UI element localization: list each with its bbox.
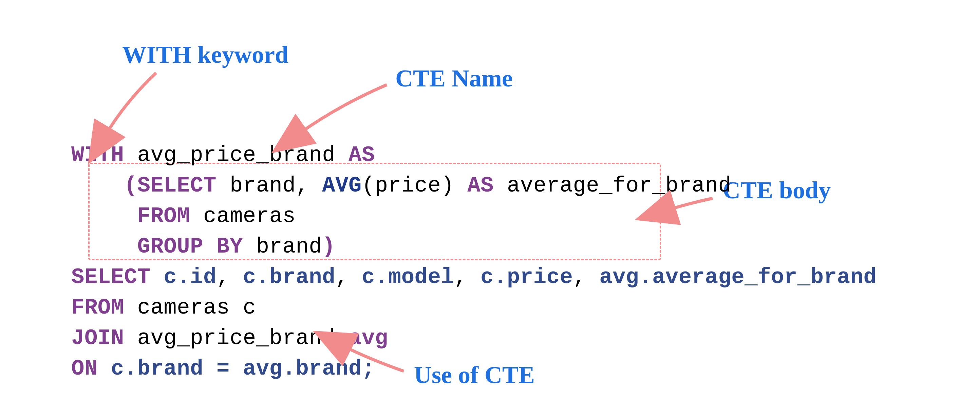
- code-line-3: FROM cameras: [71, 205, 920, 227]
- arrow-cte-name: [299, 85, 387, 134]
- code-line-2: (SELECT brand, AVG(price) AS average_for…: [71, 175, 920, 197]
- code-line-6: FROM cameras c: [71, 297, 920, 319]
- code-line-7: JOIN avg_price_brand avg: [71, 328, 920, 349]
- from-keyword-token: FROM: [137, 204, 204, 228]
- code-line-4: GROUP BY brand): [71, 236, 920, 258]
- outer-from-token: FROM: [71, 296, 137, 320]
- as-keyword-token: AS: [348, 143, 375, 168]
- annotation-cte-name: CTE Name: [395, 64, 513, 92]
- join-keyword-token: JOIN: [71, 326, 137, 350]
- code-line-8: ON c.brand = avg.brand;: [71, 358, 920, 380]
- arrow-with-keyword: [105, 73, 156, 136]
- cte-usage-token: avg_price_brand: [137, 326, 349, 350]
- rparen-token: ): [322, 235, 335, 259]
- code-line-1: WITH avg_price_brand AS: [71, 144, 920, 166]
- cte-name-token: avg_price_brand: [137, 143, 349, 168]
- on-keyword-token: ON: [71, 357, 111, 381]
- groupby-keyword-token: GROUP BY: [137, 235, 256, 259]
- avg-function-token: AVG: [322, 174, 362, 198]
- select-keyword-token: SELECT: [137, 174, 230, 198]
- annotation-with-keyword: WITH keyword: [122, 41, 288, 69]
- diagram-stage: WITH keyword CTE Name CTE body Use of CT…: [0, 0, 980, 420]
- with-keyword-token: WITH: [71, 143, 137, 168]
- lparen-token: (: [124, 174, 137, 198]
- outer-select-token: SELECT: [71, 265, 164, 290]
- code-line-5: SELECT c.id, c.brand, c.model, c.price, …: [71, 266, 920, 288]
